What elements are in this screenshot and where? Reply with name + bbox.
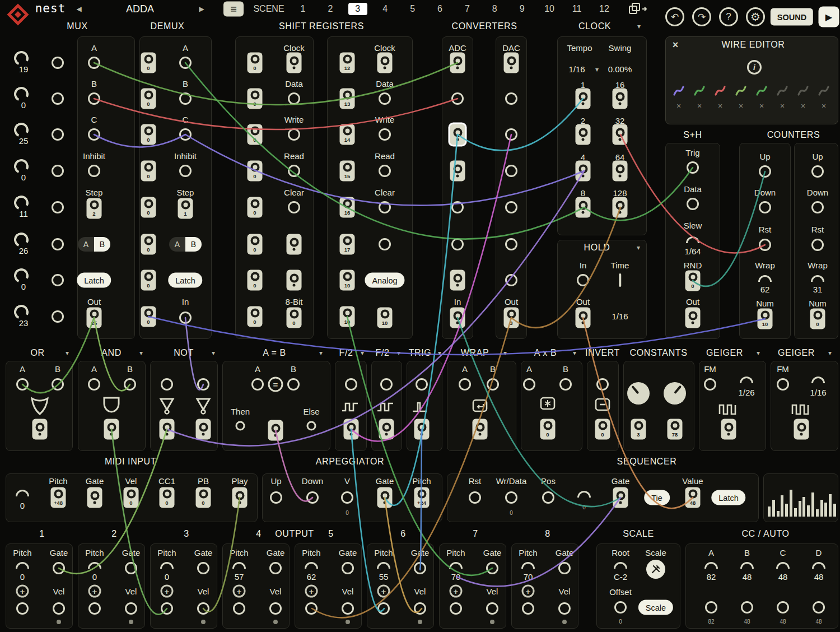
mux-input-port[interactable] — [52, 310, 64, 323]
wire-color-swatch[interactable] — [817, 84, 830, 97]
sr2-data-port[interactable] — [379, 92, 391, 105]
mux-input-port[interactable] — [52, 274, 64, 286]
patch-name[interactable]: ADDA — [126, 4, 154, 14]
sr2-bit-jack[interactable]: 12 — [340, 53, 355, 73]
and-dropdown-icon[interactable]: ▾ — [139, 350, 143, 356]
wire-swatch-remove-icon[interactable]: × — [801, 102, 805, 110]
output-7-pitch-dial[interactable] — [449, 562, 463, 569]
scale-button[interactable]: Scale — [638, 600, 673, 615]
output-4-pitch-dial[interactable] — [232, 562, 246, 569]
adc-bit-jack-selected[interactable] — [450, 124, 465, 145]
scene-button-5[interactable]: 5 — [403, 3, 422, 15]
constant-1-knob[interactable] — [627, 382, 650, 405]
adc-bit-jack[interactable] — [450, 161, 465, 182]
wire-editor-close-icon[interactable]: × — [673, 40, 679, 50]
sr2-out-jack[interactable]: 10 — [377, 308, 393, 328]
output-6-gate-port[interactable] — [414, 562, 426, 574]
sequencer-step-bar[interactable] — [794, 508, 797, 517]
sequencer-step-bar[interactable] — [772, 500, 775, 517]
f2-a-dropdown-icon[interactable]: ▾ — [361, 350, 364, 356]
scene-button-2[interactable]: 2 — [321, 3, 340, 15]
a-eq-b-out-jack[interactable] — [268, 420, 283, 441]
f2-a-port[interactable] — [345, 378, 357, 391]
demux-ab-b[interactable]: B — [185, 237, 202, 252]
a-x-b-out-jack[interactable]: 0 — [540, 419, 556, 440]
arp-gate-jack[interactable] — [377, 487, 393, 508]
scene-copy-icon[interactable] — [628, 2, 648, 16]
cc-A-dial[interactable] — [704, 562, 718, 569]
wire-editor-info-icon[interactable]: i — [747, 60, 762, 75]
or-b-port[interactable] — [52, 378, 64, 391]
demux-output-jack[interactable]: 0 — [141, 270, 156, 291]
wire-swatch-remove-icon[interactable]: × — [676, 102, 681, 110]
cc-C-port[interactable] — [777, 601, 789, 614]
invert-port[interactable] — [596, 378, 609, 391]
clock-dropdown-icon[interactable]: ▾ — [637, 23, 641, 30]
dac-bit-port[interactable] — [505, 201, 517, 213]
sr1-out-jack[interactable]: 0 — [287, 308, 302, 328]
sr2-write-port[interactable] — [379, 128, 391, 141]
output-8-gate-port[interactable] — [558, 562, 571, 574]
f2-b-out-jack[interactable] — [379, 419, 394, 440]
seq-value-jack[interactable]: 48 — [685, 487, 701, 508]
scene-button-9[interactable]: 9 — [512, 3, 531, 15]
wire-color-swatch[interactable] — [776, 84, 789, 97]
wire-color-swatch[interactable] — [734, 84, 748, 97]
wire-color-swatch[interactable] — [672, 84, 685, 97]
sr2-clear-port[interactable] — [379, 201, 391, 213]
sequencer-step-bar[interactable] — [781, 495, 783, 517]
midi-pb-jack[interactable]: 0 — [196, 487, 211, 508]
seq-pos-port[interactable] — [542, 491, 554, 504]
sr2-analog-button[interactable]: Analog — [365, 273, 404, 288]
wire-swatch-remove-icon[interactable]: × — [759, 102, 764, 110]
tempo-dropdown-icon[interactable]: ▾ — [595, 66, 599, 73]
dac-bit-jack[interactable] — [504, 53, 519, 73]
counter-2-rst-port[interactable] — [811, 239, 824, 251]
output-3-pitch-port[interactable] — [161, 602, 173, 615]
seq-latch-button[interactable]: Latch — [711, 490, 745, 505]
scene-button-11[interactable]: 11 — [567, 3, 586, 15]
demux-b-port[interactable] — [179, 92, 192, 105]
f2-b-port[interactable] — [380, 378, 393, 391]
geiger-2-dropdown-icon[interactable]: ▾ — [828, 350, 832, 356]
output-1-pitch-dial[interactable] — [16, 562, 29, 569]
a-x-b-b-port[interactable] — [559, 378, 572, 391]
sr1-data-port[interactable] — [288, 92, 300, 105]
output-2-pitch-dial[interactable] — [88, 562, 101, 569]
sr1-bit-jack[interactable]: 0 — [248, 234, 263, 255]
f2-b-dropdown-icon[interactable]: ▾ — [397, 350, 400, 356]
geiger-1-dropdown-icon[interactable]: ▾ — [757, 350, 760, 356]
sr2-bit-jack[interactable]: 14 — [340, 124, 355, 145]
arp-up-port[interactable] — [270, 491, 282, 504]
scene-button-6[interactable]: 6 — [431, 3, 450, 15]
not-1-out-jack[interactable] — [160, 419, 175, 440]
demux-output-jack[interactable]: 0 — [141, 89, 156, 109]
sr1-bit-jack[interactable]: 0 — [248, 89, 263, 109]
not-2-out-jack[interactable] — [196, 419, 211, 440]
mux-input-port[interactable] — [52, 92, 64, 105]
wrap-a-port[interactable] — [459, 378, 471, 391]
arp-pitch-jack[interactable]: +24 — [414, 487, 430, 508]
clock-division-jack-16[interactable] — [613, 89, 628, 109]
invert-out-jack[interactable]: 0 — [595, 419, 610, 440]
mux-inhibit-port[interactable] — [88, 165, 100, 177]
output-8-pitch-dial[interactable] — [521, 562, 535, 569]
output-5-pitch-dial[interactable] — [305, 562, 318, 569]
output-8-pitch-port[interactable] — [522, 602, 534, 615]
output-3-pitch-dial[interactable] — [160, 562, 174, 569]
mux-ab-switch[interactable]: AB — [78, 237, 110, 252]
output-2-vel-port[interactable] — [125, 602, 137, 615]
mux-input-knob[interactable] — [14, 159, 29, 174]
output-3-vel-port[interactable] — [197, 602, 209, 615]
arp-v-port[interactable] — [341, 491, 353, 504]
sound-button[interactable]: SOUND — [771, 8, 813, 26]
seq-rst-port[interactable] — [469, 491, 481, 504]
mux-input-knob[interactable] — [14, 233, 29, 247]
output-6-octave-plus-icon[interactable]: + — [377, 585, 390, 598]
play-button[interactable]: ▶ — [819, 7, 839, 27]
cc-C-dial[interactable] — [776, 562, 790, 569]
mux-input-knob[interactable] — [14, 123, 29, 137]
not-dropdown-icon[interactable]: ▾ — [212, 350, 215, 356]
output-6-pitch-dial[interactable] — [377, 562, 390, 569]
counter-2-up-port[interactable] — [811, 165, 824, 178]
